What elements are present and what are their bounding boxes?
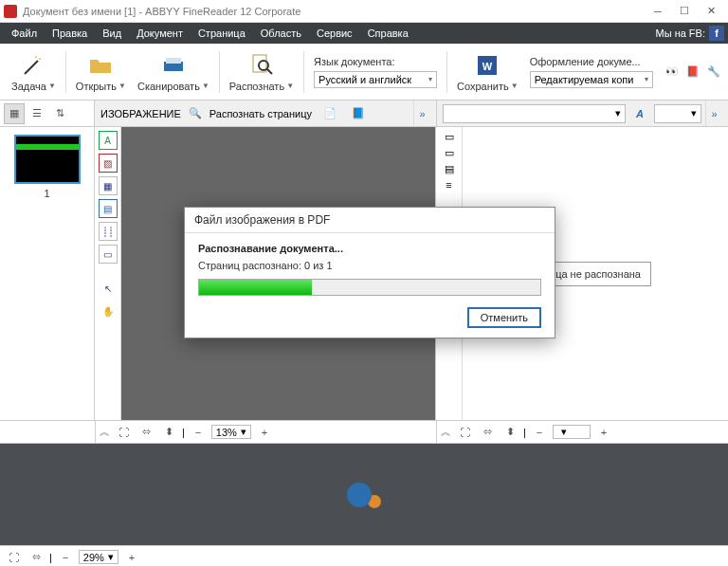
scan-label: Сканировать bbox=[137, 81, 200, 92]
tool3-icon[interactable]: ▤ bbox=[445, 163, 454, 175]
scanner-icon bbox=[160, 52, 187, 79]
zoom-in-icon[interactable]: + bbox=[594, 424, 613, 441]
fit-height-icon[interactable]: ⬍ bbox=[500, 424, 519, 441]
fit-page-icon[interactable]: ⛶ bbox=[455, 424, 474, 441]
minimize-button[interactable]: ─ bbox=[645, 2, 671, 21]
read-button[interactable]: Распознать▼ bbox=[229, 52, 294, 92]
dialog-progress-text: Страниц распознано: 0 из 1 bbox=[198, 260, 541, 271]
save-label: Сохранить bbox=[457, 81, 509, 92]
hand-icon[interactable]: ✋ bbox=[99, 301, 118, 320]
zoom-out-icon[interactable]: − bbox=[56, 549, 75, 566]
facebook-icon[interactable]: f bbox=[709, 26, 724, 41]
menu-view[interactable]: Вид bbox=[95, 23, 129, 44]
fit-width-icon[interactable]: ⬄ bbox=[136, 424, 155, 441]
menu-service[interactable]: Сервис bbox=[309, 23, 360, 44]
picture-area-icon[interactable]: ▨ bbox=[99, 154, 118, 173]
dialog-title: Файл изображения в PDF bbox=[185, 208, 555, 233]
gear-icon bbox=[347, 483, 372, 507]
maximize-button[interactable]: ☐ bbox=[671, 2, 698, 21]
pointer-icon[interactable]: ↖ bbox=[99, 279, 118, 298]
recognition-area-icon[interactable]: ▭ bbox=[99, 245, 118, 264]
font-style-icon[interactable]: A bbox=[629, 103, 650, 124]
read-page-button[interactable]: Распознать страницу bbox=[209, 108, 312, 119]
expand-chevron-icon[interactable]: » bbox=[413, 100, 430, 126]
menu-bar: Файл Правка Вид Документ Страница Област… bbox=[0, 23, 728, 44]
barcode-area-icon[interactable]: ┊┊ bbox=[99, 222, 118, 241]
table-area-icon[interactable]: ▤ bbox=[99, 199, 118, 218]
tool1-icon[interactable]: ▭ bbox=[445, 131, 454, 143]
view-details-button[interactable]: ☰ bbox=[27, 103, 47, 124]
tool4-icon[interactable]: ≡ bbox=[446, 179, 451, 191]
close-button[interactable]: ✕ bbox=[698, 2, 724, 21]
not-recognized-message: ица не распознана bbox=[539, 262, 651, 286]
fit-width-icon[interactable]: ⬄ bbox=[27, 549, 46, 566]
dropdown-caret-icon: ▾ bbox=[428, 75, 432, 83]
bottom-zoom-value: 29% bbox=[83, 552, 104, 563]
analyze-icon[interactable]: 📄 bbox=[319, 103, 340, 124]
svg-point-1 bbox=[35, 56, 37, 58]
folder-open-icon bbox=[87, 52, 114, 79]
text-area-icon[interactable]: A bbox=[99, 131, 118, 150]
menu-help[interactable]: Справка bbox=[360, 23, 416, 44]
zoom-value: 13% bbox=[216, 427, 237, 438]
font-select[interactable]: ▾ bbox=[443, 104, 626, 123]
zoom-select[interactable]: 13%▾ bbox=[211, 425, 251, 439]
font-size-select[interactable]: ▾ bbox=[654, 104, 701, 123]
zoom-select[interactable]: ▾ bbox=[553, 425, 591, 439]
scroll-up-icon[interactable]: ︽ bbox=[441, 425, 451, 439]
progress-dialog: Файл изображения в PDF Распознавание док… bbox=[184, 207, 555, 338]
open-button[interactable]: Открыть▼ bbox=[76, 52, 126, 92]
format-value: Редактируемая копи bbox=[535, 74, 634, 85]
analyze2-icon[interactable]: 📘 bbox=[348, 103, 369, 124]
menu-file[interactable]: Файл bbox=[4, 23, 45, 44]
binoculars-icon[interactable]: 👀 bbox=[664, 64, 681, 81]
save-button[interactable]: W Сохранить▼ bbox=[457, 52, 519, 92]
expand-chevron-icon[interactable]: » bbox=[705, 100, 722, 126]
window-title: Документ без имени [1] - ABBYY FineReade… bbox=[23, 6, 645, 17]
zoom-out-icon[interactable]: − bbox=[530, 424, 549, 441]
bottom-zoom-bar: ⛶ ⬄ | − 29%▾ + bbox=[0, 545, 728, 566]
view-sort-button[interactable]: ⇅ bbox=[49, 103, 70, 124]
format-select[interactable]: Редактируемая копи▾ bbox=[530, 71, 653, 88]
zoom-in-icon[interactable]: + bbox=[122, 549, 141, 566]
scan-button[interactable]: Сканировать▼ bbox=[137, 52, 209, 92]
zoom-preview-pane[interactable] bbox=[0, 443, 728, 545]
svg-rect-3 bbox=[166, 58, 181, 64]
zoom-out-icon[interactable]: − bbox=[189, 424, 208, 441]
cancel-button[interactable]: Отменить bbox=[467, 307, 541, 328]
page-thumbnail[interactable] bbox=[14, 135, 81, 184]
dropdown-caret-icon: ▼ bbox=[511, 82, 519, 90]
title-bar: Документ без имени [1] - ABBYY FineReade… bbox=[0, 0, 728, 23]
thumbnail-number: 1 bbox=[44, 188, 49, 199]
fit-page-icon[interactable]: ⛶ bbox=[4, 549, 23, 566]
fit-height-icon[interactable]: ⬍ bbox=[159, 424, 178, 441]
app-icon bbox=[4, 5, 17, 18]
options-icon[interactable]: 🔧 bbox=[705, 64, 722, 81]
book-icon[interactable]: 📕 bbox=[684, 64, 701, 81]
magnifier-page-icon bbox=[248, 52, 275, 79]
zoom-in-icon[interactable]: + bbox=[255, 424, 274, 441]
tool2-icon[interactable]: ▭ bbox=[445, 147, 454, 159]
menu-page[interactable]: Страница bbox=[191, 23, 253, 44]
zoom-bar: ︽ ⛶ ⬄ ⬍ | − 13%▾ + ︽ ⛶ ⬄ ⬍ | − ▾ + bbox=[0, 420, 728, 443]
scroll-up-icon[interactable]: ︽ bbox=[100, 425, 110, 439]
menu-area[interactable]: Область bbox=[253, 23, 309, 44]
menu-document[interactable]: Документ bbox=[129, 23, 191, 44]
thumbnail-pane: 1 bbox=[0, 127, 95, 420]
svg-point-0 bbox=[39, 58, 41, 60]
bottom-zoom-select[interactable]: 29%▾ bbox=[79, 550, 118, 564]
format-label: Оформление докуме... bbox=[530, 56, 653, 67]
image-tools: A ▨ ▦ ▤ ┊┊ ▭ ↖ ✋ bbox=[95, 127, 121, 420]
dropdown-caret-icon: ▼ bbox=[202, 82, 209, 90]
language-select[interactable]: Русский и английск▾ bbox=[314, 71, 437, 88]
task-button[interactable]: Задача▼ bbox=[11, 52, 56, 92]
background-area-icon[interactable]: ▦ bbox=[99, 176, 118, 195]
open-label: Открыть bbox=[76, 81, 117, 92]
word-icon: W bbox=[474, 52, 500, 79]
view-thumbnails-button[interactable]: ▦ bbox=[4, 103, 25, 124]
fit-width-icon[interactable]: ⬄ bbox=[478, 424, 497, 441]
fit-page-icon[interactable]: ⛶ bbox=[114, 424, 133, 441]
svg-text:W: W bbox=[482, 61, 493, 72]
menu-edit[interactable]: Правка bbox=[45, 23, 95, 44]
dialog-heading: Распознавание документа... bbox=[198, 243, 541, 254]
